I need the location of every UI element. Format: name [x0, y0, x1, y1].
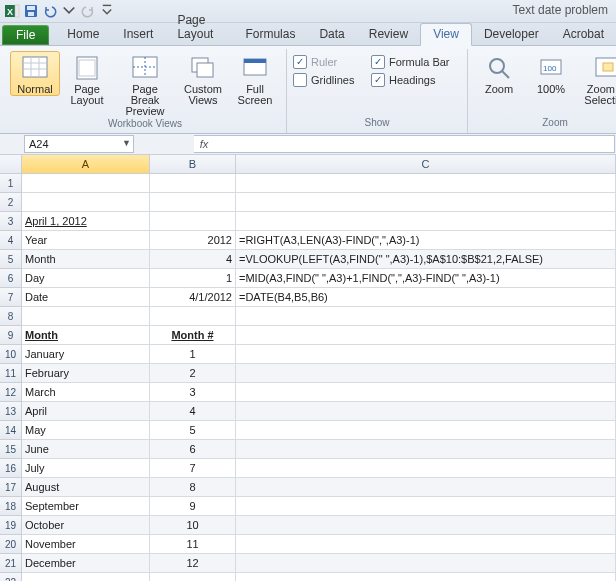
row-header[interactable]: 14 — [0, 421, 22, 440]
cell-a[interactable]: December — [22, 554, 150, 573]
cell-c[interactable] — [236, 516, 616, 535]
cell-b[interactable]: 10 — [150, 516, 236, 535]
cell-c[interactable] — [236, 421, 616, 440]
row-header[interactable]: 22 — [0, 573, 22, 581]
cell-b[interactable]: 6 — [150, 440, 236, 459]
cell-a[interactable]: February — [22, 364, 150, 383]
cell-a[interactable] — [22, 307, 150, 326]
col-header-b[interactable]: B — [150, 155, 236, 174]
cell-c[interactable]: =MID(A3,FIND(" ",A3)+1,FIND(",",A3)-FIND… — [236, 269, 616, 288]
cell-c[interactable]: =RIGHT(A3,LEN(A3)-FIND(",",A3)-1) — [236, 231, 616, 250]
tab-review[interactable]: Review — [357, 24, 420, 45]
qat-customize-icon[interactable] — [99, 3, 115, 19]
row-header[interactable]: 9 — [0, 326, 22, 345]
cell-c[interactable]: =DATE(B4,B5,B6) — [236, 288, 616, 307]
cell-b[interactable] — [150, 212, 236, 231]
headings-checkbox[interactable]: Headings — [371, 71, 461, 89]
cell-a[interactable]: April 1, 2012 — [22, 212, 150, 231]
cell-c[interactable] — [236, 326, 616, 345]
col-header-c[interactable]: C — [236, 155, 616, 174]
row-header[interactable]: 3 — [0, 212, 22, 231]
full-screen-button[interactable]: Full Screen — [230, 51, 280, 107]
cell-c[interactable] — [236, 573, 616, 581]
cell-a[interactable]: July — [22, 459, 150, 478]
name-box[interactable]: A24 ▼ — [24, 135, 134, 153]
cell-b[interactable]: 2 — [150, 364, 236, 383]
cell-c[interactable] — [236, 535, 616, 554]
undo-dropdown-icon[interactable] — [61, 3, 77, 19]
cell-c[interactable] — [236, 478, 616, 497]
cell-b[interactable]: 1 — [150, 345, 236, 364]
cell-a[interactable] — [22, 193, 150, 212]
cell-c[interactable] — [236, 345, 616, 364]
row-header[interactable]: 19 — [0, 516, 22, 535]
row-header[interactable]: 18 — [0, 497, 22, 516]
normal-view-button[interactable]: Normal — [10, 51, 60, 96]
row-header[interactable]: 15 — [0, 440, 22, 459]
cell-a[interactable]: Year — [22, 231, 150, 250]
cell-a[interactable]: January — [22, 345, 150, 364]
cell-b[interactable]: 12 — [150, 554, 236, 573]
cell-b[interactable]: 4 — [150, 250, 236, 269]
row-header[interactable]: 12 — [0, 383, 22, 402]
excel-app-icon[interactable]: X — [4, 3, 20, 19]
cell-c[interactable] — [236, 440, 616, 459]
chevron-down-icon[interactable]: ▼ — [122, 138, 131, 148]
tab-data[interactable]: Data — [307, 24, 356, 45]
page-break-preview-button[interactable]: Page Break Preview — [114, 51, 176, 118]
tab-file[interactable]: File — [2, 25, 49, 45]
row-header[interactable]: 7 — [0, 288, 22, 307]
ruler-checkbox[interactable]: Ruler — [293, 53, 369, 71]
tab-page-layout[interactable]: Page Layout — [165, 10, 233, 45]
cell-a[interactable] — [22, 573, 150, 581]
row-header[interactable]: 10 — [0, 345, 22, 364]
cell-c[interactable] — [236, 554, 616, 573]
redo-icon[interactable] — [80, 3, 96, 19]
cell-a[interactable]: March — [22, 383, 150, 402]
cell-c[interactable] — [236, 497, 616, 516]
undo-icon[interactable] — [42, 3, 58, 19]
cell-c[interactable] — [236, 174, 616, 193]
cell-c[interactable] — [236, 212, 616, 231]
row-header[interactable]: 1 — [0, 174, 22, 193]
tab-insert[interactable]: Insert — [111, 24, 165, 45]
cell-b[interactable]: 3 — [150, 383, 236, 402]
cell-c[interactable]: =VLOOKUP(LEFT(A3,FIND(" ",A3)-1),$A$10:$… — [236, 250, 616, 269]
zoom-button[interactable]: Zoom — [474, 51, 524, 96]
gridlines-checkbox[interactable]: Gridlines — [293, 71, 369, 89]
tab-developer[interactable]: Developer — [472, 24, 551, 45]
row-header[interactable]: 20 — [0, 535, 22, 554]
cell-a[interactable]: Day — [22, 269, 150, 288]
cell-b[interactable] — [150, 573, 236, 581]
cell-c[interactable] — [236, 193, 616, 212]
cell-b[interactable]: 8 — [150, 478, 236, 497]
cell-a[interactable]: September — [22, 497, 150, 516]
cell-a[interactable]: October — [22, 516, 150, 535]
cell-b[interactable]: 5 — [150, 421, 236, 440]
cell-c[interactable] — [236, 459, 616, 478]
select-all-corner[interactable] — [0, 155, 22, 174]
spreadsheet-grid[interactable]: A B C — [0, 155, 616, 174]
row-header[interactable]: 6 — [0, 269, 22, 288]
tab-acrobat[interactable]: Acrobat — [551, 24, 616, 45]
cell-a[interactable]: April — [22, 402, 150, 421]
cell-a[interactable]: Month — [22, 250, 150, 269]
custom-views-button[interactable]: Custom Views — [178, 51, 228, 107]
cell-b[interactable]: 2012 — [150, 231, 236, 250]
row-header[interactable]: 4 — [0, 231, 22, 250]
cell-b[interactable]: 9 — [150, 497, 236, 516]
row-header[interactable]: 2 — [0, 193, 22, 212]
cell-b[interactable]: 11 — [150, 535, 236, 554]
zoom-selection-button[interactable]: Zoom to Selection — [578, 51, 616, 107]
grid-body[interactable]: 123April 1, 20124Year2012=RIGHT(A3,LEN(A… — [0, 174, 616, 581]
row-header[interactable]: 5 — [0, 250, 22, 269]
cell-b[interactable] — [150, 307, 236, 326]
page-layout-button[interactable]: Page Layout — [62, 51, 112, 107]
cell-a[interactable]: August — [22, 478, 150, 497]
cell-b[interactable]: 4 — [150, 402, 236, 421]
cell-b[interactable]: 7 — [150, 459, 236, 478]
cell-a[interactable]: May — [22, 421, 150, 440]
save-icon[interactable] — [23, 3, 39, 19]
cell-c[interactable] — [236, 402, 616, 421]
cell-c[interactable] — [236, 307, 616, 326]
